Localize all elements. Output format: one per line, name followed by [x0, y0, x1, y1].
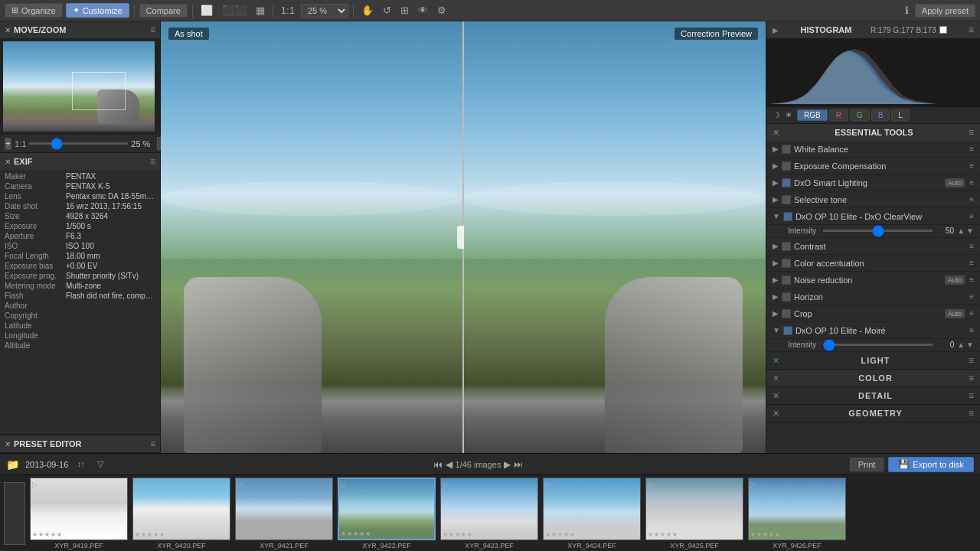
- mr-check[interactable]: [783, 326, 792, 335]
- exp-menu-icon[interactable]: ≡: [969, 161, 974, 170]
- histogram-menu-icon[interactable]: ≡: [969, 24, 974, 35]
- last-image-button[interactable]: ⏭: [514, 459, 523, 470]
- exif-menu-icon[interactable]: ≡: [150, 156, 155, 167]
- compare-button[interactable]: Compare: [139, 4, 188, 18]
- moire-intensity-slider[interactable]: [823, 344, 933, 346]
- cr-check[interactable]: [782, 309, 791, 318]
- list-item[interactable]: ▷ ★★★★★ XYR_9422.PEF: [337, 478, 436, 549]
- preset-menu-icon[interactable]: ≡: [150, 439, 155, 449]
- zoom-plus-button[interactable]: +: [5, 138, 11, 150]
- list-item[interactable]: ▷ ★★★★★ XYR_9425.PEF: [645, 478, 744, 549]
- film-thumb-partial[interactable]: [3, 482, 26, 545]
- exif-close-icon[interactable]: ✕: [5, 158, 11, 166]
- right-image-pane[interactable]: Correction Preview: [464, 21, 766, 453]
- nr-check[interactable]: [782, 276, 791, 285]
- detail-x-icon[interactable]: ✕: [773, 391, 779, 401]
- move-zoom-header[interactable]: ✕ MOVE/ZOOM ≡: [0, 21, 160, 38]
- wb-menu-icon[interactable]: ≡: [969, 145, 974, 153]
- channel-rgb-button[interactable]: RGB: [797, 109, 828, 121]
- close-icon[interactable]: ✕: [5, 26, 11, 34]
- wb-check[interactable]: [782, 145, 791, 154]
- cr-expand-icon[interactable]: ▶: [773, 309, 779, 318]
- moire-down-button[interactable]: ▼: [966, 341, 974, 349]
- move-zoom-menu-icon[interactable]: ≡: [150, 24, 155, 35]
- view-single-button[interactable]: ⬜: [198, 3, 216, 18]
- ca-expand-icon[interactable]: ▶: [773, 259, 779, 267]
- thumbnail-overlay[interactable]: [72, 72, 126, 110]
- ct-expand-icon[interactable]: ▶: [773, 242, 779, 250]
- exp-check[interactable]: [782, 161, 791, 171]
- color-menu-icon[interactable]: ≡: [969, 373, 974, 383]
- clearview-intensity-slider[interactable]: [823, 230, 933, 232]
- geometry-x-icon[interactable]: ✕: [773, 409, 779, 419]
- intensity-down-button[interactable]: ▼: [966, 227, 974, 235]
- color-x-icon[interactable]: ✕: [773, 373, 779, 383]
- channel-g-button[interactable]: G: [850, 109, 870, 121]
- prev-image-button[interactable]: ◀: [446, 459, 452, 470]
- channel-l-button[interactable]: L: [891, 109, 910, 121]
- apply-preset-button[interactable]: Apply preset: [915, 4, 975, 18]
- sun-icon[interactable]: ☀: [785, 110, 792, 120]
- intensity-up-button[interactable]: ▲: [957, 227, 965, 235]
- mr-menu-icon[interactable]: ≡: [969, 326, 974, 334]
- next-image-button[interactable]: ▶: [504, 459, 511, 470]
- sl-menu-icon[interactable]: ≡: [969, 178, 974, 187]
- exp-expand-icon[interactable]: ▶: [773, 161, 779, 170]
- hz-menu-icon[interactable]: ≡: [969, 292, 974, 301]
- list-item[interactable]: ▷ ★★★★★ XYR_9424.PEF: [542, 478, 642, 549]
- ct-check[interactable]: [782, 242, 791, 251]
- first-image-button[interactable]: ⏮: [433, 459, 443, 470]
- mr-expand-icon[interactable]: ▼: [773, 326, 780, 334]
- customize-button[interactable]: ✦ Customize: [66, 3, 129, 18]
- settings-button[interactable]: ⚙: [434, 3, 449, 18]
- section-detail[interactable]: ✕ DETAIL ≡: [766, 387, 980, 405]
- print-button[interactable]: Print: [850, 458, 884, 471]
- cv-menu-icon[interactable]: ≡: [969, 212, 974, 220]
- export-button[interactable]: 💾 Export to disk: [888, 457, 974, 472]
- hz-check[interactable]: [782, 292, 791, 302]
- sort-button[interactable]: ↕↑: [74, 458, 88, 470]
- rotate-button[interactable]: ↺: [380, 3, 394, 18]
- list-item[interactable]: ▷ ★★★★★ XYR_9421.PEF: [234, 478, 334, 549]
- light-menu-icon[interactable]: ≡: [969, 355, 974, 366]
- st-expand-icon[interactable]: ▶: [773, 195, 779, 204]
- nr-menu-icon[interactable]: ≡: [969, 276, 974, 284]
- essential-close-icon[interactable]: ✕: [773, 128, 779, 138]
- channel-r-button[interactable]: R: [829, 109, 848, 121]
- list-item[interactable]: ▷ ★★★★★ XYR_9419.PEF: [29, 478, 129, 549]
- moon-icon[interactable]: ☽: [773, 110, 780, 120]
- filter-button[interactable]: ▽: [94, 458, 106, 471]
- geometry-menu-icon[interactable]: ≡: [969, 408, 974, 419]
- left-image-pane[interactable]: As shot: [161, 21, 462, 453]
- ca-check[interactable]: [782, 259, 791, 268]
- sl-expand-icon[interactable]: ▶: [773, 178, 779, 187]
- st-menu-icon[interactable]: ≡: [969, 195, 974, 204]
- preset-header[interactable]: ✕ PRESET EDITOR ≡: [0, 435, 160, 452]
- detail-menu-icon[interactable]: ≡: [969, 390, 974, 401]
- hz-expand-icon[interactable]: ▶: [773, 292, 779, 301]
- list-item[interactable]: ▷ ★★★★★ XYR_9423.PEF: [439, 478, 539, 549]
- list-item[interactable]: ▷ ★★★★★ XYR_9426.PEF: [747, 478, 847, 549]
- preset-close-icon[interactable]: ✕: [5, 440, 11, 448]
- wb-expand-icon[interactable]: ▶: [773, 145, 779, 153]
- st-check[interactable]: [782, 195, 791, 204]
- nr-expand-icon[interactable]: ▶: [773, 276, 779, 284]
- channel-b-button[interactable]: B: [871, 109, 890, 121]
- view-side-by-side-button[interactable]: ⬛⬛: [219, 3, 250, 18]
- hand-tool-button[interactable]: ✋: [358, 3, 377, 18]
- ca-menu-icon[interactable]: ≡: [969, 259, 974, 267]
- zoom-selector[interactable]: 25 % 50 % 100 %: [301, 4, 348, 18]
- crop-tool-button[interactable]: ⊞: [397, 3, 412, 18]
- info-button[interactable]: ℹ: [902, 3, 912, 18]
- cr-menu-icon[interactable]: ≡: [969, 309, 974, 318]
- view-split-button[interactable]: ▦: [253, 3, 268, 18]
- ct-menu-icon[interactable]: ≡: [969, 242, 974, 250]
- histogram-collapse-icon[interactable]: ▶: [773, 26, 779, 34]
- section-light[interactable]: ✕ LIGHT ≡: [766, 352, 980, 370]
- right-pane-label[interactable]: Correction Preview: [675, 28, 758, 40]
- section-geometry[interactable]: ✕ GEOMETRY ≡: [766, 405, 980, 422]
- sl-check[interactable]: [782, 178, 791, 187]
- exif-header[interactable]: ✕ EXIF ≡: [0, 153, 160, 170]
- cv-expand-icon[interactable]: ▼: [773, 212, 780, 220]
- moire-up-button[interactable]: ▲: [957, 341, 965, 349]
